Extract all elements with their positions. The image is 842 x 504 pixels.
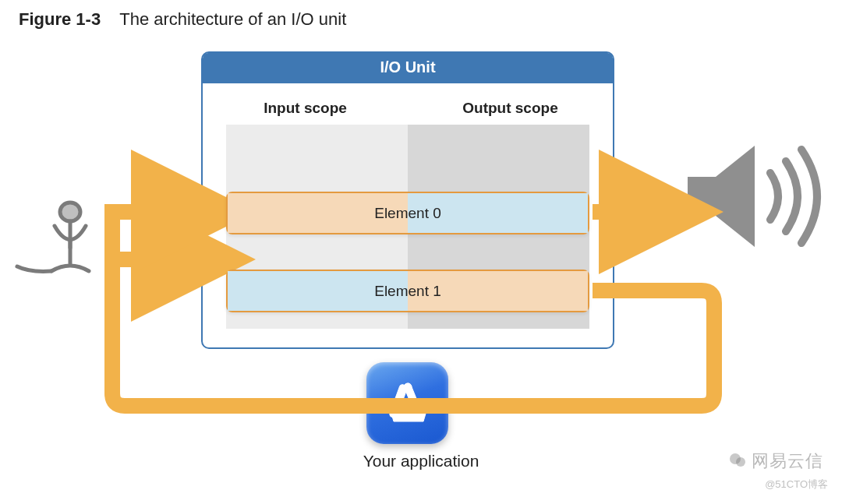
element-0-label: Element 0 [228,193,588,233]
svg-point-0 [60,203,80,221]
element-1: Element 1 [226,270,589,312]
svg-point-5 [404,383,412,391]
application-icon [366,362,448,444]
io-unit-header: I/O Unit [203,53,613,83]
watermark-secondary: @51CTO博客 [765,478,828,492]
microphone-icon [14,195,108,288]
figure-caption: Figure 1-3 The architecture of an I/O un… [19,9,346,30]
figure-prefix: Figure 1-3 [19,9,101,29]
application-label: Your application [0,452,842,471]
output-scope-label: Output scope [408,100,613,117]
svg-point-7 [736,457,745,467]
element-1-label: Element 1 [228,271,588,311]
figure-title-text: The architecture of an I/O unit [119,9,346,29]
watermark-primary: 网易云信 [728,449,823,473]
element-0: Element 0 [226,192,589,234]
speaker-icon [686,134,826,259]
wechat-icon [728,451,747,470]
input-scope-label: Input scope [203,100,408,117]
io-unit-container: I/O Unit Input scope Output scope Elemen… [201,51,614,349]
app-glyph-icon [380,376,435,431]
